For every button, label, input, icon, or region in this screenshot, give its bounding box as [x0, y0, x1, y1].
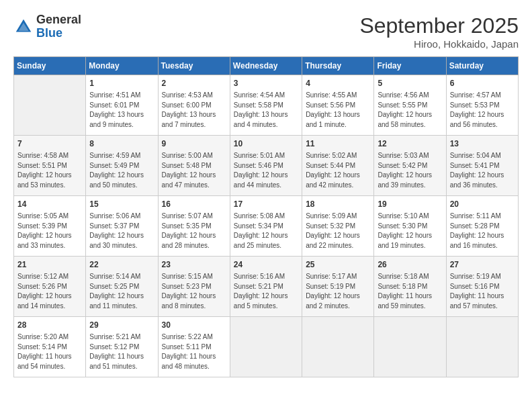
day-info: Sunrise: 5:06 AM Sunset: 5:37 PM Dayligh…	[89, 212, 154, 250]
day-info: Sunrise: 5:01 AM Sunset: 5:46 PM Dayligh…	[234, 151, 298, 190]
day-number: 30	[162, 320, 226, 331]
calendar-cell: 10Sunrise: 5:01 AM Sunset: 5:46 PM Dayli…	[230, 136, 302, 196]
day-info: Sunrise: 4:55 AM Sunset: 5:56 PM Dayligh…	[306, 91, 370, 130]
day-number: 27	[450, 259, 515, 271]
calendar-cell: 5Sunrise: 4:56 AM Sunset: 5:55 PM Daylig…	[374, 75, 446, 136]
day-info: Sunrise: 4:51 AM Sunset: 6:01 PM Dayligh…	[89, 91, 154, 130]
day-info: Sunrise: 5:20 AM Sunset: 5:14 PM Dayligh…	[17, 332, 82, 371]
day-number: 22	[89, 259, 154, 271]
day-number: 18	[306, 199, 370, 210]
weekday-header: Thursday	[302, 57, 374, 75]
day-number: 21	[17, 259, 82, 271]
day-number: 19	[378, 199, 442, 210]
calendar-week-row: 1Sunrise: 4:51 AM Sunset: 6:01 PM Daylig…	[14, 75, 519, 136]
day-number: 26	[378, 259, 442, 271]
day-info: Sunrise: 5:00 AM Sunset: 5:48 PM Dayligh…	[162, 151, 226, 190]
calendar-week-row: 21Sunrise: 5:12 AM Sunset: 5:26 PM Dayli…	[14, 257, 519, 317]
day-info: Sunrise: 4:53 AM Sunset: 6:00 PM Dayligh…	[162, 91, 226, 130]
calendar-week-row: 7Sunrise: 4:58 AM Sunset: 5:51 PM Daylig…	[14, 136, 519, 196]
day-number: 4	[306, 78, 370, 89]
calendar-cell: 18Sunrise: 5:09 AM Sunset: 5:32 PM Dayli…	[302, 196, 374, 257]
calendar-cell: 12Sunrise: 5:03 AM Sunset: 5:42 PM Dayli…	[374, 136, 446, 196]
page-header: General Blue September 2025 Hiroo, Hokka…	[13, 13, 519, 50]
day-info: Sunrise: 4:56 AM Sunset: 5:55 PM Dayligh…	[378, 91, 442, 130]
logo-icon	[13, 17, 34, 37]
day-info: Sunrise: 5:18 AM Sunset: 5:18 PM Dayligh…	[378, 272, 442, 311]
logo-blue: Blue	[36, 26, 62, 40]
day-info: Sunrise: 5:09 AM Sunset: 5:32 PM Dayligh…	[306, 212, 370, 250]
weekday-header: Saturday	[446, 57, 518, 75]
calendar-cell: 13Sunrise: 5:04 AM Sunset: 5:41 PM Dayli…	[446, 136, 518, 196]
day-number: 5	[378, 78, 442, 89]
weekday-header: Wednesday	[230, 57, 302, 75]
day-number: 20	[450, 199, 515, 210]
title-block: September 2025 Hiroo, Hokkaido, Japan	[359, 13, 519, 50]
logo-text: General Blue	[36, 13, 81, 40]
calendar-week-row: 28Sunrise: 5:20 AM Sunset: 5:14 PM Dayli…	[14, 317, 519, 377]
day-number: 29	[89, 320, 154, 331]
day-number: 14	[17, 199, 82, 210]
day-info: Sunrise: 5:07 AM Sunset: 5:35 PM Dayligh…	[162, 212, 226, 250]
day-number: 8	[89, 138, 154, 150]
day-info: Sunrise: 5:19 AM Sunset: 5:16 PM Dayligh…	[450, 272, 515, 311]
day-info: Sunrise: 5:10 AM Sunset: 5:30 PM Dayligh…	[378, 212, 442, 250]
weekday-header: Friday	[374, 57, 446, 75]
calendar-cell: 23Sunrise: 5:15 AM Sunset: 5:23 PM Dayli…	[158, 257, 230, 317]
day-number: 25	[306, 259, 370, 271]
day-number: 6	[450, 78, 515, 89]
day-info: Sunrise: 4:59 AM Sunset: 5:49 PM Dayligh…	[89, 151, 154, 190]
day-number: 1	[89, 78, 154, 89]
day-number: 17	[234, 199, 298, 210]
day-number: 2	[162, 78, 226, 89]
day-number: 12	[378, 138, 442, 150]
calendar-cell: 27Sunrise: 5:19 AM Sunset: 5:16 PM Dayli…	[446, 257, 518, 317]
day-number: 24	[234, 259, 298, 271]
day-info: Sunrise: 4:57 AM Sunset: 5:53 PM Dayligh…	[450, 91, 515, 130]
day-info: Sunrise: 5:04 AM Sunset: 5:41 PM Dayligh…	[450, 151, 515, 190]
calendar-cell: 28Sunrise: 5:20 AM Sunset: 5:14 PM Dayli…	[14, 317, 86, 377]
calendar-cell	[14, 75, 86, 136]
calendar-cell	[446, 317, 518, 377]
calendar-cell: 26Sunrise: 5:18 AM Sunset: 5:18 PM Dayli…	[374, 257, 446, 317]
logo-general: General	[36, 13, 81, 26]
day-number: 16	[162, 199, 226, 210]
day-info: Sunrise: 5:05 AM Sunset: 5:39 PM Dayligh…	[17, 212, 82, 250]
day-number: 3	[234, 78, 298, 89]
calendar-cell	[302, 317, 374, 377]
calendar-cell: 25Sunrise: 5:17 AM Sunset: 5:19 PM Dayli…	[302, 257, 374, 317]
calendar-cell: 7Sunrise: 4:58 AM Sunset: 5:51 PM Daylig…	[14, 136, 86, 196]
day-number: 7	[17, 138, 82, 150]
day-number: 11	[306, 138, 370, 150]
calendar-cell	[230, 317, 302, 377]
calendar-cell: 8Sunrise: 4:59 AM Sunset: 5:49 PM Daylig…	[86, 136, 158, 196]
calendar-cell: 2Sunrise: 4:53 AM Sunset: 6:00 PM Daylig…	[158, 75, 230, 136]
day-number: 10	[234, 138, 298, 150]
calendar-cell: 3Sunrise: 4:54 AM Sunset: 5:58 PM Daylig…	[230, 75, 302, 136]
calendar-cell: 20Sunrise: 5:11 AM Sunset: 5:28 PM Dayli…	[446, 196, 518, 257]
day-info: Sunrise: 5:12 AM Sunset: 5:26 PM Dayligh…	[17, 272, 82, 311]
day-number: 13	[450, 138, 515, 150]
calendar-cell: 16Sunrise: 5:07 AM Sunset: 5:35 PM Dayli…	[158, 196, 230, 257]
day-info: Sunrise: 5:17 AM Sunset: 5:19 PM Dayligh…	[306, 272, 370, 311]
location-subtitle: Hiroo, Hokkaido, Japan	[359, 38, 519, 50]
day-info: Sunrise: 5:22 AM Sunset: 5:11 PM Dayligh…	[162, 332, 226, 371]
calendar-cell: 6Sunrise: 4:57 AM Sunset: 5:53 PM Daylig…	[446, 75, 518, 136]
day-info: Sunrise: 5:11 AM Sunset: 5:28 PM Dayligh…	[450, 212, 515, 250]
logo: General Blue	[13, 13, 81, 40]
calendar-cell: 11Sunrise: 5:02 AM Sunset: 5:44 PM Dayli…	[302, 136, 374, 196]
calendar-header-row: SundayMondayTuesdayWednesdayThursdayFrid…	[14, 57, 519, 75]
calendar-cell: 19Sunrise: 5:10 AM Sunset: 5:30 PM Dayli…	[374, 196, 446, 257]
calendar-cell: 24Sunrise: 5:16 AM Sunset: 5:21 PM Dayli…	[230, 257, 302, 317]
day-number: 9	[162, 138, 226, 150]
day-info: Sunrise: 5:02 AM Sunset: 5:44 PM Dayligh…	[306, 151, 370, 190]
calendar-cell: 15Sunrise: 5:06 AM Sunset: 5:37 PM Dayli…	[86, 196, 158, 257]
day-info: Sunrise: 4:58 AM Sunset: 5:51 PM Dayligh…	[17, 151, 82, 190]
day-info: Sunrise: 5:03 AM Sunset: 5:42 PM Dayligh…	[378, 151, 442, 190]
day-info: Sunrise: 5:16 AM Sunset: 5:21 PM Dayligh…	[234, 272, 298, 311]
calendar-cell: 1Sunrise: 4:51 AM Sunset: 6:01 PM Daylig…	[86, 75, 158, 136]
day-info: Sunrise: 5:21 AM Sunset: 5:12 PM Dayligh…	[89, 332, 154, 371]
day-number: 15	[89, 199, 154, 210]
calendar-cell: 29Sunrise: 5:21 AM Sunset: 5:12 PM Dayli…	[86, 317, 158, 377]
calendar-table: SundayMondayTuesdayWednesdayThursdayFrid…	[13, 56, 519, 377]
day-number: 23	[162, 259, 226, 271]
